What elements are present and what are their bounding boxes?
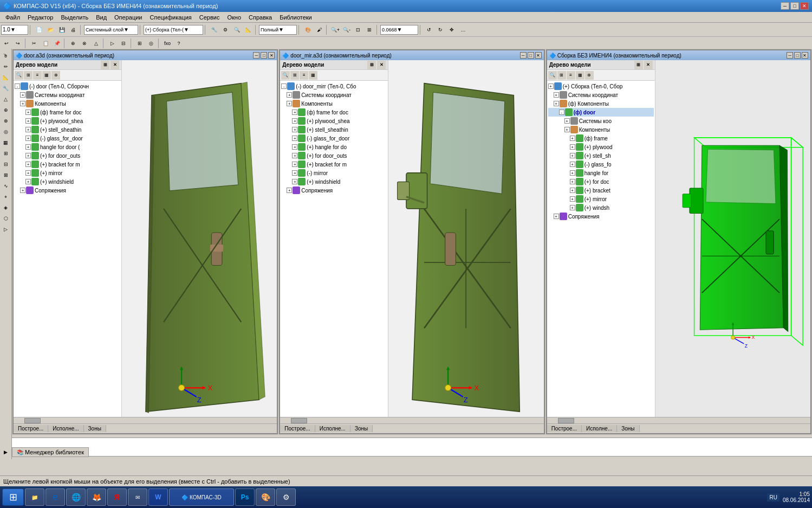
view-dropdown[interactable]: Полный ▼	[259, 25, 297, 35]
tree-tool-door-5[interactable]: ⊕	[51, 71, 60, 80]
tree-item[interactable]: +Системы координат	[281, 91, 387, 99]
tree-expand-icon[interactable]: +	[292, 162, 297, 167]
taskbar-yandex[interactable]: Я	[107, 488, 127, 506]
sidebar-icon-11[interactable]: ⊟	[1, 159, 11, 169]
tree-item[interactable]: +(+) stell_sheathin	[15, 125, 120, 134]
tree-expand-icon[interactable]: +	[570, 205, 575, 210]
tree-expand-icon[interactable]: +	[570, 153, 575, 158]
title-bar-controls[interactable]: ─ □ ✕	[781, 2, 809, 10]
tb-move[interactable]: ✥	[446, 24, 457, 35]
taskbar-chrome[interactable]: 🌐	[66, 488, 86, 506]
tree-item[interactable]: +(+) for door_outs	[281, 151, 387, 160]
tree-tool-mir-3[interactable]: ≡	[300, 71, 308, 80]
tb-btn-2[interactable]: 📂	[45, 24, 56, 35]
cad-win-door-mir-controls[interactable]: ─ □ ✕	[520, 52, 542, 59]
viewport-door[interactable]: X Z	[122, 60, 277, 417]
menu-view[interactable]: Вид	[93, 14, 110, 21]
taskbar-firefox[interactable]: 🦊	[87, 488, 106, 506]
tree-item[interactable]: +(+) for door_outs	[15, 151, 120, 160]
tb2-4[interactable]: 📋	[40, 38, 51, 49]
tb-zoom-in[interactable]: 🔍+	[330, 24, 341, 35]
tb2-7[interactable]: ⊟	[118, 38, 129, 49]
tree-expand-icon[interactable]: +	[570, 162, 575, 167]
scale-arrow[interactable]: ▼	[397, 27, 402, 33]
tab-door-построе[interactable]: Построе...	[14, 425, 48, 432]
tree-item[interactable]: +(+) bracket for m	[281, 160, 387, 169]
tree-item[interactable]: +(ф) frame	[548, 134, 654, 143]
sidebar-icon-9[interactable]: ▦	[1, 138, 11, 147]
cad-win-door-min[interactable]: ─	[253, 52, 259, 59]
sidebar-icon-8[interactable]: ◎	[1, 127, 11, 137]
tb-btn-3[interactable]: 💾	[56, 24, 67, 35]
tree-expand-icon[interactable]: +	[20, 188, 25, 193]
tree-item[interactable]: +hangle for	[548, 169, 654, 177]
tree-item[interactable]: +Компоненты	[548, 125, 654, 134]
tree-expand-icon[interactable]: +	[292, 144, 297, 150]
menu-libraries[interactable]: Библиотеки	[276, 14, 315, 21]
sidebar-expand[interactable]: ▶	[1, 447, 11, 457]
tree-item[interactable]: +(+) mirror	[548, 195, 654, 203]
sidebar-icon-1[interactable]: 🖱	[1, 51, 11, 61]
sidebar-icon-12[interactable]: ⊠	[1, 170, 11, 180]
tree-expand-icon[interactable]: +	[564, 118, 570, 124]
menu-operations[interactable]: Операции	[111, 14, 145, 21]
tree-tool-asm-5[interactable]: ⊕	[585, 71, 594, 80]
tb2-snap3[interactable]: △	[90, 38, 101, 49]
tab-door-зоны[interactable]: Зоны	[84, 425, 106, 432]
tree-tool-asm-3[interactable]: ≡	[567, 71, 575, 80]
taskbar-word[interactable]: W	[148, 488, 168, 506]
tree-item[interactable]: +Компоненты	[281, 99, 387, 108]
tree-item[interactable]: +(ф) Компоненты	[548, 99, 654, 108]
tb2-snap4[interactable]: ◎	[146, 38, 157, 49]
tree-item[interactable]: +(-) glass_fo	[548, 160, 654, 169]
tb-more[interactable]: …	[458, 24, 469, 35]
tree-item[interactable]: +(ф) frame for doc	[15, 108, 120, 117]
tree-expand-icon[interactable]: -	[281, 83, 287, 89]
tree-expand-icon[interactable]: +	[564, 127, 570, 132]
tree-item[interactable]: +Сопряжения	[281, 186, 387, 195]
tree-expand-icon[interactable]: +	[554, 101, 559, 106]
sidebar-icon-7[interactable]: ⊗	[1, 116, 11, 126]
tree-btn-asm-1[interactable]: ⊞	[634, 61, 643, 69]
cad-win-door-mir-close[interactable]: ✕	[535, 52, 542, 59]
sidebar-icon-15[interactable]: ◈	[1, 203, 11, 213]
tree-expand-icon[interactable]: +	[292, 136, 297, 141]
tree-tool-asm-1[interactable]: 🔍	[548, 71, 557, 80]
tree-expand-icon[interactable]: +	[292, 153, 297, 158]
tree-item[interactable]: +(+) windsh	[548, 203, 654, 212]
tab-mir-исполне[interactable]: Исполне...	[315, 425, 350, 432]
tree-btn-mir-1[interactable]: ⊞	[367, 61, 376, 69]
tree-expand-icon[interactable]: +	[25, 170, 31, 176]
taskbar-misc[interactable]: ⚙	[276, 488, 296, 506]
tree-item[interactable]: +(+) plywood_shea	[15, 117, 120, 125]
tree-expand-icon[interactable]: +	[25, 144, 31, 150]
tree-expand-icon[interactable]: +	[554, 92, 559, 98]
tree-expand-icon[interactable]: +	[287, 188, 292, 193]
tree-item[interactable]: +(+) bracket	[548, 186, 654, 195]
menu-window[interactable]: Окно	[224, 14, 244, 21]
tb2-1[interactable]: ↩	[1, 38, 12, 49]
tab-asm-исполне[interactable]: Исполне...	[582, 425, 617, 432]
tree-item[interactable]: +hangle for door (	[15, 143, 120, 151]
zoom-dropdown[interactable]: 1.0 ▼	[1, 25, 28, 35]
tree-item[interactable]: -(-) door_mirr (Тел-0, Сбо	[281, 82, 387, 91]
sidebar-icon-6[interactable]: ⊕	[1, 105, 11, 115]
close-button[interactable]: ✕	[800, 2, 809, 10]
taskbar-kompas[interactable]: 🔷 КОМПАС-3D	[169, 488, 234, 506]
tb-rotate[interactable]: ↺	[424, 24, 434, 35]
menu-edit[interactable]: Редактор	[24, 14, 56, 21]
cad-win-door-close[interactable]: ✕	[268, 52, 275, 59]
tree-item[interactable]: -(ф) door	[548, 108, 654, 117]
tree-expand-icon[interactable]: +	[554, 214, 559, 219]
tree-expand-icon[interactable]: +	[25, 136, 31, 141]
tree-expand-icon[interactable]: +	[570, 136, 575, 141]
sidebar-icon-16[interactable]: ⬡	[1, 214, 11, 223]
cad-win-assembly-max[interactable]: □	[794, 52, 801, 59]
view-arrow[interactable]: ▼	[278, 27, 284, 33]
h-scrollbar-assembly[interactable]	[547, 417, 810, 423]
assembly-dropdown[interactable]: (+) Сборка (Тел-( ▼	[144, 25, 203, 35]
tab-asm-построе[interactable]: Построе...	[547, 425, 582, 432]
tb2-fxo[interactable]: fxo	[162, 38, 173, 49]
cad-win-door-controls[interactable]: ─ □ ✕	[253, 52, 275, 59]
maximize-button[interactable]: □	[790, 2, 799, 10]
